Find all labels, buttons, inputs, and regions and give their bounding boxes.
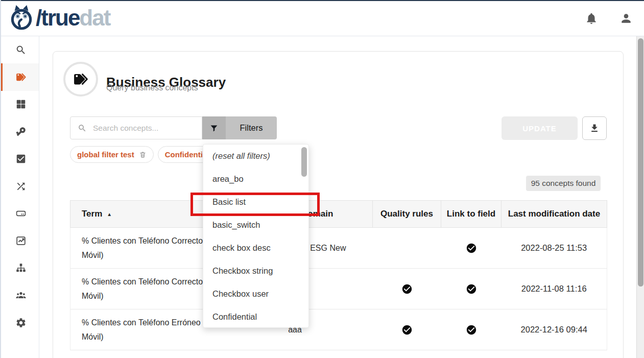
concept-domain: l ESG New: [306, 244, 346, 253]
download-button[interactable]: [582, 116, 607, 140]
glossary-avatar: [63, 62, 98, 97]
last-modification-date: 2022-12-16 09:44: [521, 325, 587, 335]
sidebar-item-users[interactable]: [0, 282, 39, 309]
filters-button[interactable]: Filters: [202, 116, 277, 139]
app-window: /truedat Business Glossary Query busin: [0, 0, 644, 358]
trash-icon[interactable]: [139, 151, 147, 159]
download-icon: [589, 123, 600, 133]
key-icon: [15, 126, 27, 137]
column-header-quality-rules[interactable]: Quality rules: [373, 201, 441, 227]
top-bar: /truedat: [0, 0, 644, 36]
concept-term-link[interactable]: % Clientes con Teléfono CorrectoMóvil): [70, 275, 203, 303]
quality-rules-check-icon: [401, 324, 413, 336]
sidebar-item-permissions[interactable]: [0, 118, 39, 145]
tags-icon: [15, 71, 27, 83]
update-button[interactable]: UPDATE: [502, 116, 578, 140]
link-to-field-check-icon: [466, 324, 477, 336]
sidebar-item-modules[interactable]: [0, 91, 39, 118]
filter-option-basic-list[interactable]: Basic list: [203, 190, 308, 213]
tags-icon: [73, 71, 89, 87]
filter-chip-label: global filter test: [77, 150, 134, 159]
concept-term-link[interactable]: % Clientes con Teléfono CorrectoMóvil): [70, 234, 203, 262]
funnel-icon: [209, 124, 219, 133]
sort-asc-icon: ▲: [107, 211, 112, 217]
sidebar-item-quality[interactable]: [0, 146, 39, 173]
notifications-bell-icon[interactable]: [585, 12, 598, 25]
link-to-field-check-icon: [466, 243, 477, 254]
funnel-icon-segment[interactable]: [202, 116, 226, 139]
shuffle-icon: [15, 181, 27, 192]
window-top-edge: [0, 0, 644, 1]
concept-row: % Clientes con Teléfono CorrectoMóvil)20…: [70, 269, 607, 309]
filter-option-area-bo[interactable]: area_bo: [203, 168, 308, 190]
user-profile-icon[interactable]: [619, 12, 633, 25]
filter-option-check-box-desc[interactable]: check box desc: [203, 236, 308, 259]
filter-option-checkbox-string[interactable]: Checkbox string: [203, 259, 308, 282]
sitemap-icon: [15, 262, 27, 274]
sidebar-item-glossary[interactable]: [0, 63, 39, 90]
storage-icon: [15, 208, 27, 219]
truedat-logo[interactable]: /truedat: [8, 4, 110, 32]
window-left-edge: [0, 0, 1, 358]
grid-icon: [15, 99, 27, 110]
search-icon: [15, 44, 27, 56]
column-header-last-modification-date[interactable]: Last modification date: [502, 201, 607, 227]
search-icon: [78, 124, 87, 133]
filters-dropdown: (reset all filters)area_boBasic listbasi…: [203, 144, 309, 328]
filter-option-confidential[interactable]: Confidential: [203, 305, 308, 328]
sidebar-nav: [0, 36, 39, 358]
quality-rules-check-icon: [401, 283, 413, 295]
glossary-card: Business Glossary Query business concept…: [53, 51, 624, 358]
concept-term-link[interactable]: % Clientes con Teléfono ErróneoMóvil): [70, 316, 201, 344]
sidebar-item-search[interactable]: [0, 36, 39, 63]
sidebar-item-settings[interactable]: [0, 309, 39, 336]
logo-text: /truedat: [36, 7, 110, 29]
concept-row: % Clientes con Teléfono CorrectoMóvil)l …: [70, 228, 607, 269]
link-to-field-check-icon: [466, 283, 477, 295]
filter-option-reset-all-filters[interactable]: (reset all filters): [203, 145, 308, 168]
last-modification-date: 2022-11-08 11:16: [521, 284, 587, 294]
topbar-actions: [585, 0, 633, 36]
concepts-table: Term▲DomainQuality rulesLink to fieldLas…: [70, 200, 607, 350]
search-input[interactable]: [92, 123, 202, 133]
filter-chip-global-filter-test[interactable]: global filter test: [70, 146, 154, 163]
page-subtitle: Query business concepts: [106, 83, 198, 92]
sidebar-item-lineage[interactable]: [0, 173, 39, 200]
column-header-link-to-field[interactable]: Link to field: [441, 201, 502, 227]
sidebar-item-structures[interactable]: [0, 200, 39, 227]
page-scrollbar-thumb[interactable]: [638, 38, 643, 287]
concept-search: [70, 116, 202, 139]
filter-option-checkbox-user[interactable]: Checkbox user: [203, 282, 308, 305]
checkbox-icon: [15, 153, 27, 164]
owl-logo-icon: [8, 4, 35, 32]
concept-row: % Clientes con Teléfono ErróneoMóvil)aaa…: [70, 309, 607, 350]
page-scrollbar[interactable]: [636, 36, 644, 358]
sidebar-item-analytics[interactable]: [0, 227, 39, 254]
gear-icon: [15, 317, 27, 328]
sidebar-item-taxonomy[interactable]: [0, 254, 39, 281]
groups-icon: [15, 290, 27, 301]
chart-icon: [15, 235, 27, 246]
last-modification-date: 2022-08-25 11:53: [521, 243, 587, 253]
results-count-badge: 95 concepts found: [526, 176, 601, 191]
active-filter-chips: global filter testConfidential: [70, 146, 216, 163]
filters-label[interactable]: Filters: [226, 116, 277, 139]
dropdown-scrollbar-thumb[interactable]: [301, 147, 307, 177]
filter-option-basic-switch[interactable]: basic_switch: [203, 213, 308, 236]
